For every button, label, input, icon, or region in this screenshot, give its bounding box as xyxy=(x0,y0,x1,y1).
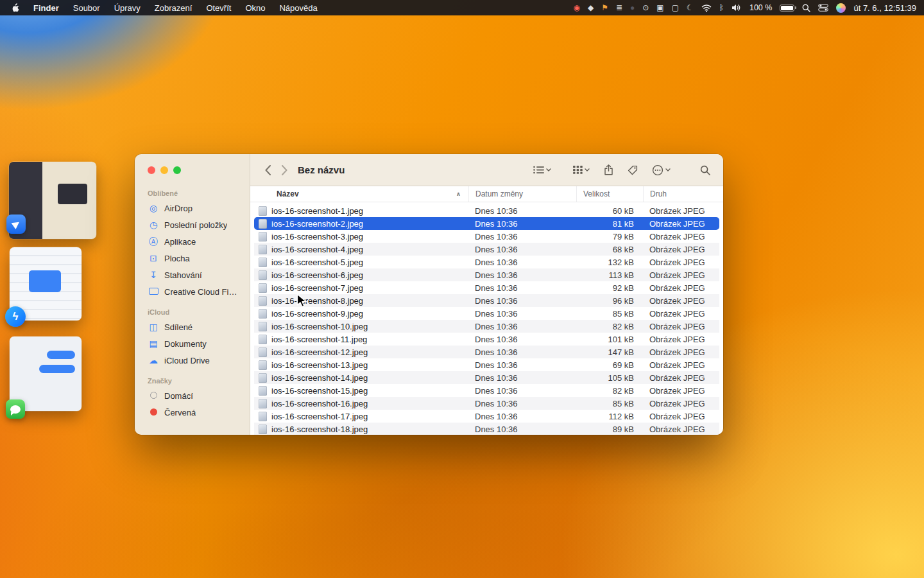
back-button[interactable] xyxy=(259,165,276,175)
file-thumbnail-icon xyxy=(259,360,267,370)
column-header-date[interactable]: Datum změny xyxy=(468,186,576,202)
avatar-icon[interactable] xyxy=(836,3,846,13)
file-date: Dnes 10:36 xyxy=(468,347,576,357)
more-actions-button[interactable] xyxy=(652,164,671,176)
sidebar-item-icloud-drive[interactable]: ☁iCloud Drive xyxy=(142,352,243,369)
column-header-name[interactable]: Název ∧ xyxy=(250,186,468,202)
moon-icon[interactable]: ☾ xyxy=(687,4,694,12)
file-kind: Obrázek JPEG xyxy=(643,206,719,216)
table-row[interactable]: ios-16-screenshot-6.jpegDnes 10:36113 kB… xyxy=(254,268,719,281)
menu-item-6[interactable]: Nápověda xyxy=(272,3,324,13)
documents-icon: ▤ xyxy=(148,339,159,348)
desktop-thumbnail-1[interactable] xyxy=(9,162,96,239)
sidebar-item-tag-red[interactable]: Červená xyxy=(142,404,243,421)
table-row[interactable]: ios-16-screenshot-10.jpegDnes 10:3682 kB… xyxy=(254,320,719,333)
traffic-lights xyxy=(135,154,250,174)
sidebar-item-tag-home[interactable]: Domácí xyxy=(142,387,243,404)
minimize-button[interactable] xyxy=(160,166,168,174)
menu-item-4[interactable]: Otevřít xyxy=(199,3,238,13)
forward-button[interactable] xyxy=(276,165,293,175)
file-name: ios-16-screenshot-8.jpeg xyxy=(271,296,363,306)
table-row[interactable]: ios-16-screenshot-8.jpegDnes 10:3696 kBO… xyxy=(254,294,719,307)
shield-icon[interactable]: ◆ xyxy=(588,4,594,12)
file-name: ios-16-screenshot-12.jpeg xyxy=(271,347,368,357)
desktop-thumbnail-3[interactable] xyxy=(10,337,81,411)
sidebar-item-applications[interactable]: ⒶAplikace xyxy=(142,233,243,250)
desktop-thumbnail-2[interactable]: ϟ xyxy=(10,247,81,320)
table-row[interactable]: ios-16-screenshot-16.jpegDnes 10:3685 kB… xyxy=(254,397,719,410)
file-name: ios-16-screenshot-14.jpeg xyxy=(271,373,368,383)
table-row[interactable]: ios-16-screenshot-13.jpegDnes 10:3669 kB… xyxy=(254,358,719,371)
file-kind: Obrázek JPEG xyxy=(643,219,719,229)
sidebar-item-shared[interactable]: ◫Sdílené xyxy=(142,319,243,335)
menu-item-2[interactable]: Úpravy xyxy=(107,3,148,13)
file-size: 68 kB xyxy=(576,245,643,254)
control-center-icon[interactable] xyxy=(818,4,828,12)
file-date: Dnes 10:36 xyxy=(468,412,576,421)
table-row[interactable]: ios-16-screenshot-11.jpegDnes 10:36101 k… xyxy=(254,333,719,346)
file-thumbnail-icon xyxy=(259,425,267,434)
flag-icon[interactable]: ⚑ xyxy=(601,4,608,12)
menu-item-1[interactable]: Soubor xyxy=(66,3,107,13)
display-icon[interactable]: ▢ xyxy=(672,4,679,12)
close-button[interactable] xyxy=(148,166,155,174)
menu-item-5[interactable]: Okno xyxy=(238,3,272,13)
file-date: Dnes 10:36 xyxy=(468,258,576,267)
table-row[interactable]: ios-16-screenshot-3.jpegDnes 10:3679 kBO… xyxy=(254,230,719,243)
finder-main: Bez názvu xyxy=(250,154,723,435)
file-size: 92 kB xyxy=(576,283,643,293)
group-button[interactable] xyxy=(573,166,590,174)
view-list-button[interactable] xyxy=(533,166,551,174)
spotlight-icon[interactable] xyxy=(802,4,810,12)
file-kind: Obrázek JPEG xyxy=(643,373,719,383)
table-row[interactable]: ios-16-screenshot-9.jpegDnes 10:3685 kBO… xyxy=(254,307,719,320)
sidebar-item-creative-cloud-files[interactable]: Creative Cloud Files xyxy=(142,283,243,300)
table-row[interactable]: ios-16-screenshot-12.jpegDnes 10:36147 k… xyxy=(254,346,719,358)
sidebar-item-label: Creative Cloud Files xyxy=(164,287,238,297)
table-row[interactable]: ios-16-screenshot-4.jpegDnes 10:3668 kBO… xyxy=(254,243,719,256)
screen-record-icon[interactable]: ◉ xyxy=(573,4,579,12)
table-row[interactable]: ios-16-screenshot-5.jpegDnes 10:36132 kB… xyxy=(254,256,719,268)
sidebar-item-documents[interactable]: ▤Dokumenty xyxy=(142,335,243,352)
file-thumbnail-icon xyxy=(259,258,267,267)
apple-menu[interactable] xyxy=(5,3,26,13)
wifi-icon[interactable] xyxy=(701,4,712,12)
stack-icon[interactable]: ≣ xyxy=(616,4,622,12)
menu-item-0[interactable]: Finder xyxy=(26,3,66,13)
file-name: ios-16-screenshot-18.jpeg xyxy=(271,425,368,434)
table-row[interactable]: ios-16-screenshot-1.jpegDnes 10:3660 kBO… xyxy=(254,204,719,217)
dark-app-icon[interactable]: ● xyxy=(630,4,635,12)
table-row[interactable]: ios-16-screenshot-18.jpegDnes 10:3689 kB… xyxy=(254,423,719,435)
table-row[interactable]: ios-16-screenshot-14.jpegDnes 10:36105 k… xyxy=(254,371,719,384)
group-grid-icon xyxy=(573,166,583,174)
table-row[interactable]: ios-16-screenshot-7.jpegDnes 10:3692 kBO… xyxy=(254,281,719,294)
file-date: Dnes 10:36 xyxy=(468,373,576,383)
table-row[interactable]: ios-16-screenshot-17.jpegDnes 10:36112 k… xyxy=(254,410,719,423)
file-size: 81 kB xyxy=(576,219,643,229)
sidebar-item-desktop[interactable]: ⊡Plocha xyxy=(142,250,243,267)
tags-button[interactable] xyxy=(628,165,638,175)
file-date: Dnes 10:36 xyxy=(468,283,576,293)
finder-window: Oblíbené◎AirDrop◷Poslední položkyⒶAplika… xyxy=(135,154,723,435)
sidebar-item-label: AirDrop xyxy=(164,204,193,213)
bluetooth-icon[interactable]: ᛒ xyxy=(719,4,724,12)
menubar-clock[interactable]: út 7. 6., 12:51:39 xyxy=(853,3,916,13)
sidebar-item-recents[interactable]: ◷Poslední položky xyxy=(142,216,243,233)
file-kind: Obrázek JPEG xyxy=(643,360,719,370)
sidebar-item-label: Sdílené xyxy=(164,322,193,332)
column-header-kind[interactable]: Druh xyxy=(643,186,723,202)
zoom-button[interactable] xyxy=(173,166,181,174)
sidebar-item-airdrop[interactable]: ◎AirDrop xyxy=(142,200,243,216)
volume-icon[interactable] xyxy=(732,4,742,12)
sidebar-item-downloads[interactable]: ↧Stahování xyxy=(142,267,243,283)
menu-item-3[interactable]: Zobrazení xyxy=(148,3,200,13)
table-row[interactable]: ios-16-screenshot-15.jpegDnes 10:3682 kB… xyxy=(254,384,719,397)
share-button[interactable] xyxy=(604,164,613,175)
column-header-size[interactable]: Velikost xyxy=(576,186,643,202)
file-date: Dnes 10:36 xyxy=(468,386,576,396)
table-row[interactable]: ios-16-screenshot-2.jpegDnes 10:3681 kBO… xyxy=(254,217,719,230)
sidebar-section-title: iCloud xyxy=(148,308,243,316)
clipboard-icon[interactable]: ▣ xyxy=(656,4,663,12)
account-icon[interactable]: ⊙ xyxy=(642,4,649,12)
search-button[interactable] xyxy=(700,165,710,175)
